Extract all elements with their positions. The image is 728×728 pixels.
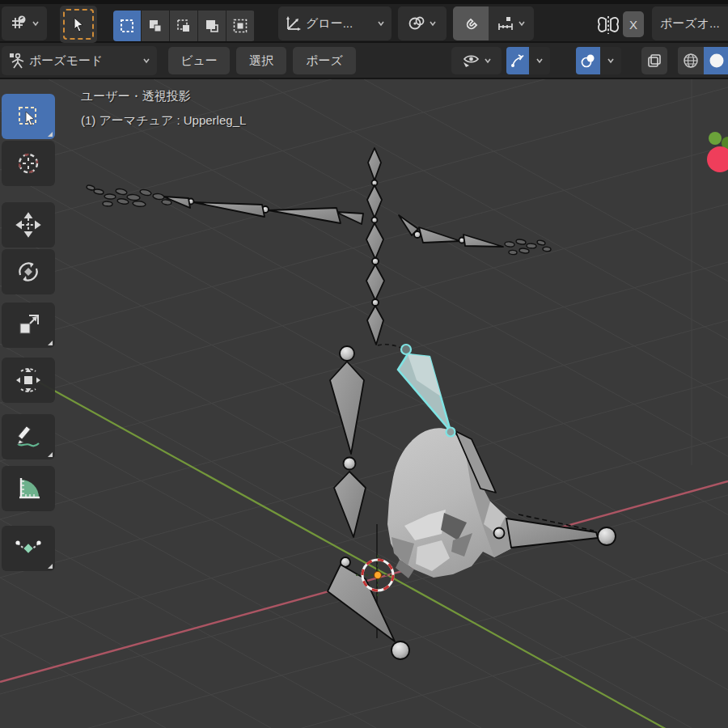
move-icon bbox=[15, 212, 41, 238]
pose-mode-icon bbox=[8, 52, 26, 70]
select-mode-intersect[interactable] bbox=[226, 11, 254, 41]
overlays-toggle[interactable] bbox=[576, 47, 600, 74]
menu-pose[interactable]: ポーズ bbox=[293, 47, 356, 74]
xray-toggle[interactable] bbox=[641, 47, 667, 74]
tool-measure[interactable] bbox=[2, 466, 55, 511]
blender-window: ユーザー・透視投影 (1) アーマチュア : Upperleg_L bbox=[0, 0, 728, 728]
viewport-header: ポーズモード ビュー 選択 ポーズ bbox=[0, 43, 728, 79]
editor-type-armature-icon bbox=[9, 14, 28, 33]
tool-cursor[interactable] bbox=[2, 141, 55, 186]
snap-settings-dropdown[interactable] bbox=[489, 6, 534, 40]
menu-view[interactable]: ビュー bbox=[168, 47, 230, 74]
select-mode-set[interactable] bbox=[113, 11, 141, 41]
viewport-3d[interactable] bbox=[0, 79, 728, 728]
menu-view-label: ビュー bbox=[180, 53, 218, 69]
tool-annotate[interactable] bbox=[2, 414, 55, 459]
mirror-x-label: X bbox=[629, 18, 637, 32]
shading-wireframe-globe-icon bbox=[682, 52, 700, 70]
gizmos-dropdown[interactable] bbox=[529, 47, 550, 74]
chevron-down-icon bbox=[142, 57, 150, 65]
menu-pose-label: ポーズ bbox=[306, 53, 343, 69]
rotate-icon bbox=[15, 259, 41, 285]
gizmos-toggle[interactable] bbox=[506, 47, 529, 74]
chevron-down-icon bbox=[377, 19, 385, 28]
subtool-indicator bbox=[48, 132, 53, 137]
subtool-indicator bbox=[48, 564, 53, 569]
select-mode-extend[interactable] bbox=[142, 11, 169, 41]
topbar: グロー... bbox=[0, 0, 728, 43]
x-mirror-butterfly-icon[interactable] bbox=[595, 13, 621, 37]
subtool-indicator bbox=[48, 452, 53, 457]
chevron-down-icon bbox=[429, 19, 437, 28]
chevron-down-icon bbox=[32, 19, 40, 28]
select-mode-group bbox=[113, 11, 255, 41]
pose-options-dropdown[interactable]: ポーズオ... bbox=[652, 6, 728, 40]
tool-scale[interactable] bbox=[2, 303, 55, 348]
snap-toggle-button[interactable] bbox=[453, 6, 489, 40]
editor-type-selector[interactable] bbox=[2, 6, 47, 40]
tool-transform[interactable] bbox=[2, 358, 55, 403]
tool-rotate[interactable] bbox=[2, 249, 55, 294]
pivot-point-icon bbox=[408, 15, 425, 32]
snap-increment-icon bbox=[497, 15, 514, 32]
tool-select-box[interactable] bbox=[2, 94, 55, 139]
tool-move[interactable] bbox=[2, 202, 55, 248]
orientation-label: グロー... bbox=[306, 16, 353, 32]
view-perspective-label: ユーザー・透視投影 bbox=[81, 89, 191, 104]
menu-select[interactable]: 選択 bbox=[236, 47, 286, 74]
active-tool-button[interactable] bbox=[60, 6, 97, 43]
tool-pose-breakdowner[interactable] bbox=[2, 526, 55, 571]
active-object-label: (1) アーマチュア : Upperleg_L bbox=[81, 113, 246, 129]
orientation-axes-icon bbox=[285, 15, 303, 32]
chevron-down-icon bbox=[535, 57, 544, 65]
chevron-down-icon bbox=[484, 57, 492, 65]
transform-orientation-dropdown[interactable]: グロー... bbox=[278, 6, 392, 40]
subtool-indicator bbox=[48, 341, 53, 345]
mode-label: ポーズモード bbox=[29, 53, 103, 69]
gizmo-icon bbox=[510, 53, 526, 69]
snap-magnet-icon bbox=[462, 15, 480, 32]
menu-select-label: 選択 bbox=[249, 53, 273, 69]
xray-icon bbox=[646, 53, 662, 69]
shading-solid-sphere-icon bbox=[708, 52, 726, 70]
annotate-pencil-icon bbox=[15, 423, 42, 451]
shading-wireframe-button[interactable] bbox=[678, 47, 704, 74]
mirror-x-toggle[interactable]: X bbox=[623, 11, 644, 37]
scale-icon bbox=[15, 312, 41, 338]
select-box-icon bbox=[16, 104, 40, 129]
viewport-background bbox=[0, 79, 728, 728]
active-tool-outline bbox=[63, 9, 94, 40]
measure-icon bbox=[15, 475, 42, 502]
chevron-down-icon bbox=[607, 57, 615, 65]
mode-dropdown[interactable]: ポーズモード bbox=[2, 46, 157, 75]
select-mode-subtract[interactable] bbox=[170, 11, 197, 41]
show-object-types-eye-icon bbox=[461, 52, 480, 70]
navigation-gizmo-balls[interactable] bbox=[707, 132, 728, 172]
select-mode-invert[interactable] bbox=[198, 11, 226, 41]
overlays-icon bbox=[580, 53, 596, 69]
pivot-point-dropdown[interactable] bbox=[398, 6, 447, 40]
chevron-down-icon bbox=[518, 19, 526, 28]
pose-options-label: ポーズオ... bbox=[660, 16, 720, 32]
transform-icon bbox=[15, 366, 42, 394]
shading-solid-button[interactable] bbox=[704, 47, 728, 74]
cursor-tool-icon bbox=[15, 150, 41, 176]
pose-breakdowner-icon bbox=[14, 536, 43, 561]
overlays-dropdown[interactable] bbox=[600, 47, 621, 74]
object-visibility-dropdown[interactable] bbox=[451, 47, 502, 74]
